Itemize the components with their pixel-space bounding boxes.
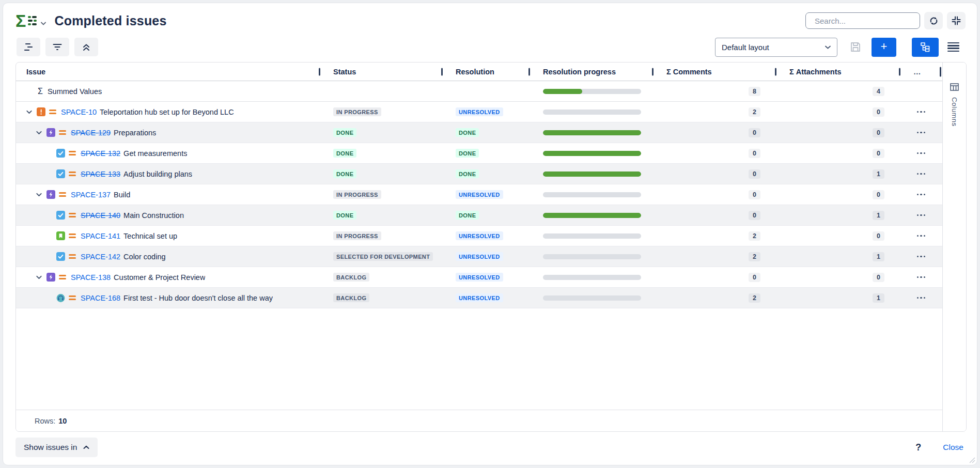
- table-row[interactable]: SPACE-141 Technical set up IN PROGRESS U…: [16, 226, 942, 246]
- summed-values-row: Σ Summed Values 8 4: [16, 81, 942, 102]
- summed-values-label: Summed Values: [48, 87, 102, 96]
- comments-count: 2: [749, 231, 760, 241]
- filter-icon: [53, 43, 62, 51]
- issue-summary: Customer & Project Review: [114, 273, 205, 282]
- resolution-progress-bar: [543, 254, 641, 259]
- bottom-bar: Show issues in ? Close: [3, 432, 977, 465]
- refresh-button[interactable]: [924, 12, 943, 29]
- row-menu-button[interactable]: [915, 211, 927, 219]
- empty-area: [16, 308, 942, 410]
- filter-button[interactable]: [45, 38, 69, 56]
- column-resize-handle[interactable]: [899, 68, 900, 75]
- row-menu-button[interactable]: [915, 294, 927, 302]
- table-row[interactable]: SPACE-140 Main Construction DONE DONE 0 …: [16, 205, 942, 226]
- resolution-badge: UNRESOLVED: [456, 252, 503, 261]
- issue-key-link[interactable]: SPACE-137: [71, 191, 111, 199]
- issue-key-link[interactable]: SPACE-10: [61, 108, 97, 116]
- add-item-button[interactable]: +: [872, 38, 896, 57]
- task-icon: [56, 149, 65, 158]
- row-menu-button[interactable]: [915, 108, 927, 116]
- table-row[interactable]: SPACE-129 Preparations DONE DONE 0 0: [16, 122, 942, 143]
- row-expand-chevron[interactable]: [36, 193, 46, 197]
- row-expand-chevron[interactable]: [36, 131, 46, 135]
- compress-button[interactable]: [947, 12, 966, 29]
- show-issues-in-button[interactable]: Show issues in: [15, 438, 98, 457]
- comments-count: 0: [749, 128, 760, 137]
- table-row[interactable]: SPACE-10 Teleportation hub set up for Be…: [16, 102, 942, 122]
- indent: [26, 174, 46, 174]
- table-footer: Rows: 10: [16, 410, 942, 431]
- column-header-attachments[interactable]: Σ Attachments: [776, 63, 900, 81]
- column-resize-handle[interactable]: [652, 68, 654, 75]
- summary-comments-count: 8: [749, 87, 760, 96]
- table-row[interactable]: SPACE-138 Customer & Project Review BACK…: [16, 267, 942, 288]
- table-row[interactable]: SPACE-142 Color coding SELECTED FOR DEVE…: [16, 246, 942, 267]
- row-expand-chevron[interactable]: [36, 275, 46, 279]
- issue-key-link[interactable]: SPACE-142: [81, 253, 120, 261]
- columns-panel-toggle[interactable]: Columns: [942, 63, 966, 431]
- issue-key-link[interactable]: SPACE-168: [81, 294, 120, 302]
- column-resize-handle[interactable]: [528, 68, 530, 75]
- collapse-all-button[interactable]: [74, 38, 98, 56]
- indent: [26, 256, 46, 257]
- column-header-resolution-progress[interactable]: Resolution progress: [530, 63, 653, 81]
- structure-board-window: Σ Completed issues: [3, 3, 977, 465]
- search-box[interactable]: [805, 12, 920, 29]
- column-resize-handle[interactable]: [940, 67, 941, 76]
- row-menu-button[interactable]: [915, 191, 927, 198]
- structure-menu-chevron-icon[interactable]: [41, 18, 46, 27]
- attachments-count: 0: [873, 273, 884, 282]
- table-header-row: Issue Status Resolution Resolution progr…: [16, 63, 942, 81]
- column-resize-handle[interactable]: [319, 68, 320, 75]
- row-menu-button[interactable]: [915, 273, 927, 281]
- priority-medium-icon: [69, 151, 76, 155]
- row-menu-button[interactable]: [915, 170, 927, 178]
- search-input[interactable]: [815, 17, 917, 25]
- column-resize-handle[interactable]: [775, 68, 776, 75]
- layout-select[interactable]: Default layout: [715, 38, 837, 57]
- row-menu-button[interactable]: [915, 253, 927, 260]
- resize-grip-icon[interactable]: [969, 457, 975, 463]
- comments-count: 2: [749, 293, 760, 303]
- issue-key-link[interactable]: SPACE-133: [81, 170, 120, 178]
- group-button[interactable]: [17, 38, 40, 56]
- issue-key-link[interactable]: SPACE-140: [81, 211, 120, 220]
- table-row[interactable]: SPACE-137 Build IN PROGRESS UNRESOLVED 0…: [16, 184, 942, 205]
- column-header-issue[interactable]: Issue: [16, 63, 320, 81]
- status-badge: BACKLOG: [333, 293, 369, 302]
- structure-logo[interactable]: Σ: [15, 12, 37, 29]
- column-header-status[interactable]: Status: [320, 63, 442, 81]
- row-menu-button[interactable]: [915, 129, 927, 136]
- column-resize-handle[interactable]: [441, 68, 443, 75]
- resolution-badge: UNRESOLVED: [456, 231, 503, 240]
- attachments-count: 1: [873, 211, 884, 220]
- epic-icon: [46, 273, 55, 282]
- issue-key-link[interactable]: SPACE-129: [71, 129, 111, 137]
- list-view-button[interactable]: [942, 38, 965, 57]
- attachments-count: 0: [873, 128, 884, 137]
- resolution-badge: DONE: [456, 169, 479, 178]
- row-menu-button[interactable]: [915, 232, 927, 240]
- table-row[interactable]: SPACE-132 Get measurements DONE DONE 0 0: [16, 143, 942, 164]
- column-header-comments[interactable]: Σ Comments: [653, 63, 776, 81]
- task-icon: [56, 252, 65, 261]
- issue-key-link[interactable]: SPACE-138: [71, 273, 111, 282]
- table-grid-icon: [950, 83, 959, 91]
- help-button[interactable]: ?: [915, 442, 921, 453]
- status-badge: DONE: [333, 149, 356, 158]
- issue-summary: Preparations: [114, 129, 156, 137]
- save-layout-button[interactable]: [847, 41, 864, 53]
- row-expand-chevron[interactable]: [26, 110, 37, 114]
- issue-key-link[interactable]: SPACE-132: [81, 149, 120, 158]
- column-header-resolution[interactable]: Resolution: [442, 63, 530, 81]
- close-button[interactable]: Close: [943, 443, 963, 452]
- indent: [26, 215, 46, 215]
- row-menu-button[interactable]: [915, 149, 927, 157]
- column-header-more[interactable]: …: [900, 63, 942, 81]
- tree-view-button[interactable]: [912, 38, 939, 57]
- table-row[interactable]: SPACE-133 Adjust building plans DONE DON…: [16, 164, 942, 184]
- issue-key-link[interactable]: SPACE-141: [81, 232, 120, 240]
- resolution-progress-bar: [543, 130, 641, 135]
- priority-medium-icon: [69, 213, 76, 217]
- table-row[interactable]: SPACE-168 First test - Hub door doesn't …: [16, 288, 942, 308]
